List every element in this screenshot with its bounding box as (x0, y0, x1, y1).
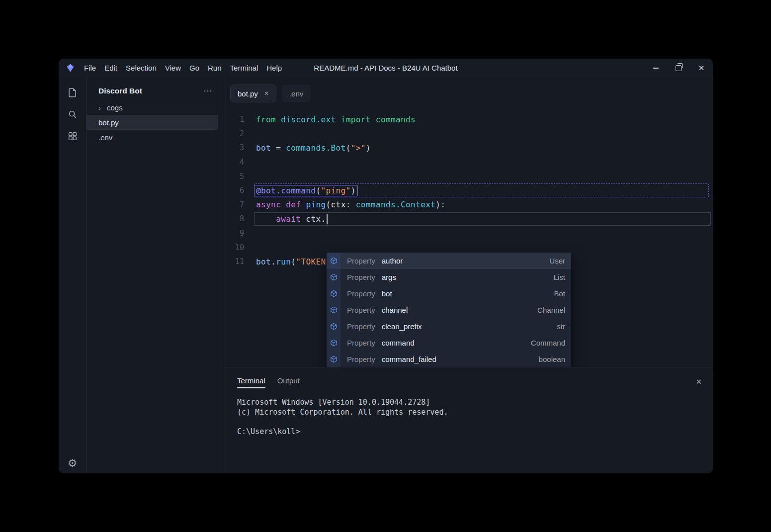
window-title: README.md - API Docs - B24U AI Chatbot (314, 64, 457, 72)
line-number: 10 (223, 243, 244, 252)
suggestion-kind: Property (347, 339, 375, 347)
suggestion-label: author (382, 257, 403, 265)
text-cursor (327, 214, 328, 224)
suggestion-clean_prefix[interactable]: Propertyclean_prefixstr (327, 318, 571, 335)
menu-run[interactable]: Run (208, 64, 222, 72)
project-title: Discord Bot (98, 87, 142, 95)
extensions-icon[interactable] (66, 129, 80, 143)
code-editor[interactable]: 1from discord.ext import commands23bot =… (223, 103, 713, 367)
more-actions-icon[interactable]: ⋯ (203, 86, 213, 96)
app-logo-icon (65, 63, 76, 73)
suggestion-detail: Bot (554, 289, 565, 298)
suggestion-detail: List (554, 273, 565, 281)
suggestion-channel[interactable]: PropertychannelChannel (327, 302, 571, 318)
code-line-6[interactable]: 6@bot.command("ping") (223, 183, 713, 198)
suggestion-author[interactable]: PropertyauthorUser (327, 253, 571, 269)
title-bar: FileEditSelectionViewGoRunTerminalHelp R… (59, 59, 713, 77)
menu-selection[interactable]: Selection (126, 64, 157, 72)
terminal-line: Microsoft Windows [Version 10.0.19044.27… (237, 398, 713, 408)
suggestion-kind: Property (347, 322, 375, 331)
code-line-4[interactable]: 4 (223, 155, 713, 170)
menu-bar: FileEditSelectionViewGoRunTerminalHelp (84, 64, 282, 72)
close-tab-icon[interactable]: ✕ (264, 90, 269, 97)
property-icon (327, 285, 341, 302)
line-number: 11 (223, 257, 244, 266)
main-area: ⚙ Discord Bot ⋯ ›cogsbot.py.env bot.py✕.… (59, 77, 713, 473)
close-button[interactable]: ✕ (690, 59, 713, 77)
suggestion-kind: Property (347, 289, 375, 298)
terminal-tab-output[interactable]: Output (277, 376, 300, 387)
code-line-1[interactable]: 1from discord.ext import commands (223, 112, 713, 127)
suggestion-command_failed[interactable]: Propertycommand_failedboolean (327, 351, 571, 367)
menu-file[interactable]: File (84, 64, 96, 72)
chevron-right-icon: › (98, 103, 107, 112)
code-content: await ctx. (244, 214, 328, 224)
maximize-button[interactable] (667, 59, 690, 77)
menu-go[interactable]: Go (189, 64, 199, 72)
menu-terminal[interactable]: Terminal (230, 64, 258, 72)
editor-column: bot.py✕.env 1from discord.ext import com… (223, 77, 713, 473)
search-icon[interactable] (66, 107, 80, 121)
code-line-2[interactable]: 2 (223, 127, 713, 141)
code-lines: 1from discord.ext import commands23bot =… (223, 112, 713, 269)
sidebar-header: Discord Bot ⋯ (86, 84, 223, 98)
code-content: bot = commands.Bot(">") (244, 143, 371, 153)
suggestion-command[interactable]: PropertycommandCommand (327, 335, 571, 351)
tab-.env[interactable]: .env (282, 85, 311, 102)
tree-item-cogs[interactable]: ›cogs (86, 100, 218, 115)
tree-item-.env[interactable]: .env (86, 130, 218, 145)
terminal-close-icon[interactable]: ✕ (695, 377, 702, 386)
code-line-7[interactable]: 7async def ping(ctx: commands.Context): (223, 198, 713, 212)
sidebar: Discord Bot ⋯ ›cogsbot.py.env (86, 77, 223, 473)
line-number: 3 (223, 143, 244, 152)
explorer-files-icon[interactable] (66, 86, 80, 99)
property-icon (327, 351, 341, 367)
terminal-tab-terminal[interactable]: Terminal (237, 376, 265, 387)
line-number: 6 (223, 186, 244, 195)
property-icon (327, 335, 341, 351)
terminal-line: (c) Microsoft Corporation. All rights re… (237, 408, 713, 418)
maximize-icon (676, 65, 682, 71)
menu-view[interactable]: View (165, 64, 181, 72)
menu-edit[interactable]: Edit (104, 64, 117, 72)
line-number: 1 (223, 115, 244, 124)
minimize-button[interactable] (644, 59, 667, 77)
property-icon (327, 253, 341, 269)
code-content: @bot.command("ping") (244, 185, 358, 196)
menu-help[interactable]: Help (266, 64, 282, 72)
suggestion-label: command_failed (382, 355, 436, 363)
tab-label: .env (289, 89, 303, 98)
suggestion-kind: Property (347, 306, 375, 314)
tree-item-label: cogs (107, 103, 123, 112)
file-tree: ›cogsbot.py.env (86, 100, 223, 145)
terminal-output[interactable]: Microsoft Windows [Version 10.0.19044.27… (237, 398, 713, 437)
suggestion-bot[interactable]: PropertybotBot (327, 285, 571, 302)
suggestion-detail: Command (531, 339, 565, 347)
line-number: 7 (223, 200, 244, 209)
minimize-icon (653, 68, 659, 69)
code-content: from discord.ext import commands (244, 115, 416, 124)
tree-item-bot.py[interactable]: bot.py (86, 115, 218, 130)
app-window: FileEditSelectionViewGoRunTerminalHelp R… (59, 59, 713, 473)
suggestion-detail: str (557, 322, 565, 331)
terminal-line: C:\Users\koll> (237, 427, 713, 437)
terminal-header: TerminalOutput ✕ (237, 367, 713, 389)
tab-bar: bot.py✕.env (223, 77, 713, 103)
window-controls: ✕ (644, 59, 713, 77)
tab-bot.py[interactable]: bot.py✕ (230, 85, 276, 102)
terminal-panel: TerminalOutput ✕ Microsoft Windows [Vers… (223, 367, 713, 473)
code-line-9[interactable]: 9 (223, 226, 713, 241)
code-line-8[interactable]: 8 await ctx. (223, 212, 713, 226)
suggestion-label: channel (382, 306, 408, 314)
terminal-line (237, 417, 713, 427)
suggestion-detail: boolean (539, 355, 565, 363)
suggestion-detail: User (549, 257, 565, 265)
autocomplete-popup: PropertyauthorUserPropertyargsListProper… (327, 253, 571, 367)
suggestion-args[interactable]: PropertyargsList (327, 269, 571, 285)
code-line-5[interactable]: 5 (223, 169, 713, 183)
tab-label: bot.py (238, 89, 258, 98)
settings-gear-icon[interactable]: ⚙ (66, 456, 80, 470)
suggestion-label: bot (382, 289, 392, 298)
code-line-3[interactable]: 3bot = commands.Bot(">") (223, 141, 713, 155)
suggestion-kind: Property (347, 355, 375, 363)
